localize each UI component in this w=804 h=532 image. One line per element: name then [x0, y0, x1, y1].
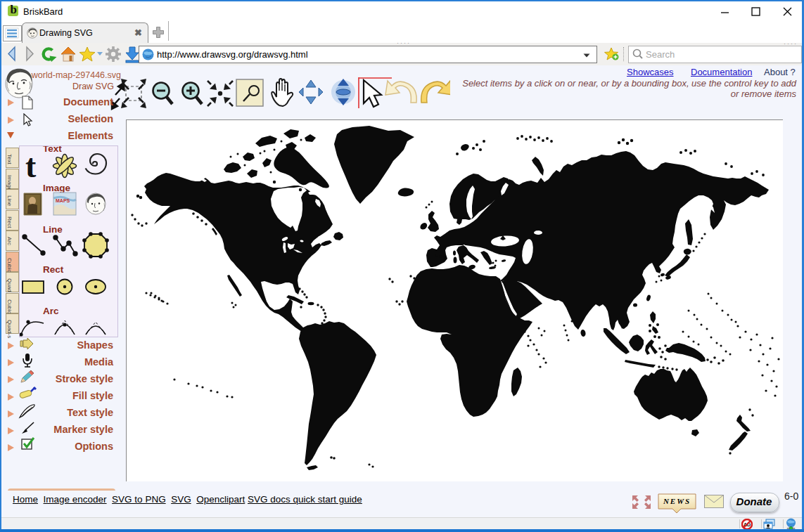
svg-text:Arc: Arc: [43, 306, 59, 316]
svg-text:Image: Image: [43, 183, 71, 193]
svg-text:t: t: [25, 148, 37, 184]
svg-text:MAPS: MAPS: [56, 198, 70, 203]
svg-text:Rect: Rect: [43, 264, 64, 275]
svg-text:Text: Text: [43, 146, 62, 154]
svg-text:Line: Line: [43, 224, 63, 235]
